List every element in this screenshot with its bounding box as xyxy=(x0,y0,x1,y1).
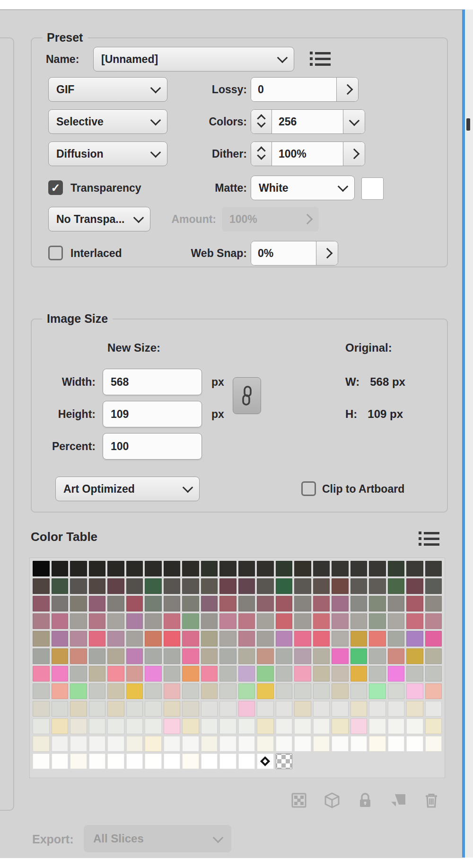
color-swatch[interactable] xyxy=(182,666,199,682)
optimization-dropdown[interactable]: Art Optimized xyxy=(55,477,200,501)
color-swatch[interactable] xyxy=(369,683,386,699)
color-swatch[interactable] xyxy=(33,613,50,629)
color-swatch[interactable] xyxy=(313,683,330,699)
color-swatch[interactable] xyxy=(33,718,50,734)
color-swatch[interactable] xyxy=(238,683,255,699)
color-swatch[interactable] xyxy=(369,631,386,647)
color-swatch[interactable] xyxy=(406,561,423,576)
color-swatch[interactable] xyxy=(388,561,405,576)
color-swatch[interactable] xyxy=(294,561,311,576)
color-swatch[interactable] xyxy=(406,701,423,717)
color-swatch[interactable] xyxy=(70,631,87,647)
color-swatch[interactable] xyxy=(313,701,330,717)
color-swatch[interactable] xyxy=(70,561,87,576)
color-swatch[interactable] xyxy=(52,666,69,682)
color-swatch[interactable] xyxy=(33,578,50,594)
dither-stepper[interactable] xyxy=(251,142,272,166)
color-swatch[interactable] xyxy=(388,736,405,752)
color-swatch[interactable] xyxy=(332,701,349,717)
color-swatch[interactable] xyxy=(219,631,236,647)
web-snap-input[interactable]: 0% xyxy=(251,241,316,265)
constrain-proportions-button[interactable] xyxy=(233,377,261,414)
color-swatch[interactable] xyxy=(238,666,255,682)
color-swatch[interactable] xyxy=(425,631,442,647)
color-swatch[interactable] xyxy=(33,631,50,647)
color-swatch[interactable] xyxy=(182,736,199,752)
color-swatch[interactable] xyxy=(164,701,181,717)
color-swatch[interactable] xyxy=(201,701,218,717)
color-swatch[interactable] xyxy=(164,561,181,576)
color-swatch[interactable] xyxy=(89,753,106,769)
preset-name-dropdown[interactable]: [Unnamed] xyxy=(93,47,294,71)
colors-input[interactable]: 256 xyxy=(272,110,343,133)
lossy-slider-button[interactable] xyxy=(336,78,358,101)
color-swatch[interactable] xyxy=(33,753,50,769)
color-swatch[interactable] xyxy=(52,718,69,734)
color-swatch[interactable] xyxy=(182,753,199,769)
color-swatch[interactable] xyxy=(257,718,274,734)
color-swatch[interactable] xyxy=(164,631,181,647)
color-swatch[interactable] xyxy=(201,578,218,594)
color-swatch[interactable] xyxy=(276,718,293,734)
color-swatch[interactable] xyxy=(219,718,236,734)
color-swatch[interactable] xyxy=(52,561,69,576)
color-swatch[interactable] xyxy=(182,596,199,611)
color-swatch[interactable] xyxy=(257,631,274,647)
color-swatch[interactable] xyxy=(369,701,386,717)
color-swatch[interactable] xyxy=(219,578,236,594)
color-swatch[interactable] xyxy=(70,596,87,611)
color-swatch[interactable] xyxy=(33,596,50,611)
color-swatch[interactable] xyxy=(145,753,162,769)
color-swatch[interactable] xyxy=(238,736,255,752)
color-swatch[interactable] xyxy=(257,701,274,717)
color-swatch[interactable] xyxy=(406,631,423,647)
color-swatch[interactable] xyxy=(425,701,442,717)
color-swatch[interactable] xyxy=(145,718,162,734)
color-swatch[interactable] xyxy=(313,736,330,752)
color-swatch[interactable] xyxy=(332,683,349,699)
color-swatch[interactable] xyxy=(107,561,124,576)
matte-dropdown[interactable]: White xyxy=(251,176,355,200)
color-swatch[interactable] xyxy=(238,648,255,664)
color-swatch[interactable] xyxy=(126,631,143,647)
color-swatch[interactable] xyxy=(164,666,181,682)
color-swatch[interactable] xyxy=(52,753,69,769)
dither-method-dropdown[interactable]: Diffusion xyxy=(48,142,167,166)
color-swatch[interactable] xyxy=(201,683,218,699)
color-swatch[interactable] xyxy=(238,561,255,576)
color-swatch[interactable] xyxy=(313,631,330,647)
color-swatch[interactable] xyxy=(294,736,311,752)
color-swatch[interactable] xyxy=(182,683,199,699)
color-swatch[interactable] xyxy=(107,701,124,717)
color-swatch[interactable] xyxy=(201,753,218,769)
color-swatch[interactable] xyxy=(145,596,162,611)
color-swatch[interactable] xyxy=(164,736,181,752)
color-swatch[interactable] xyxy=(145,631,162,647)
color-swatch[interactable] xyxy=(425,613,442,629)
color-swatch[interactable] xyxy=(238,718,255,734)
color-swatch[interactable] xyxy=(369,718,386,734)
color-swatch[interactable] xyxy=(126,701,143,717)
color-swatch[interactable] xyxy=(425,596,442,611)
color-swatch[interactable] xyxy=(276,631,293,647)
dither-slider-button[interactable] xyxy=(343,142,365,166)
color-swatch[interactable] xyxy=(33,736,50,752)
matte-color-swatch[interactable] xyxy=(361,177,384,200)
color-swatch[interactable] xyxy=(145,736,162,752)
color-swatch[interactable] xyxy=(388,701,405,717)
color-swatch[interactable] xyxy=(313,561,330,576)
color-swatch[interactable] xyxy=(257,736,274,752)
color-swatch[interactable] xyxy=(89,683,106,699)
color-swatch[interactable] xyxy=(145,578,162,594)
colors-menu-button[interactable] xyxy=(343,110,365,133)
web-snap-slider-button[interactable] xyxy=(316,241,338,265)
color-swatch[interactable] xyxy=(406,596,423,611)
color-swatch[interactable] xyxy=(126,736,143,752)
color-swatch[interactable] xyxy=(164,718,181,734)
color-swatch[interactable] xyxy=(126,613,143,629)
color-swatch[interactable] xyxy=(107,648,124,664)
color-swatch[interactable] xyxy=(70,613,87,629)
color-swatch[interactable] xyxy=(238,578,255,594)
colors-stepper[interactable] xyxy=(251,110,272,133)
color-swatch[interactable] xyxy=(219,683,236,699)
